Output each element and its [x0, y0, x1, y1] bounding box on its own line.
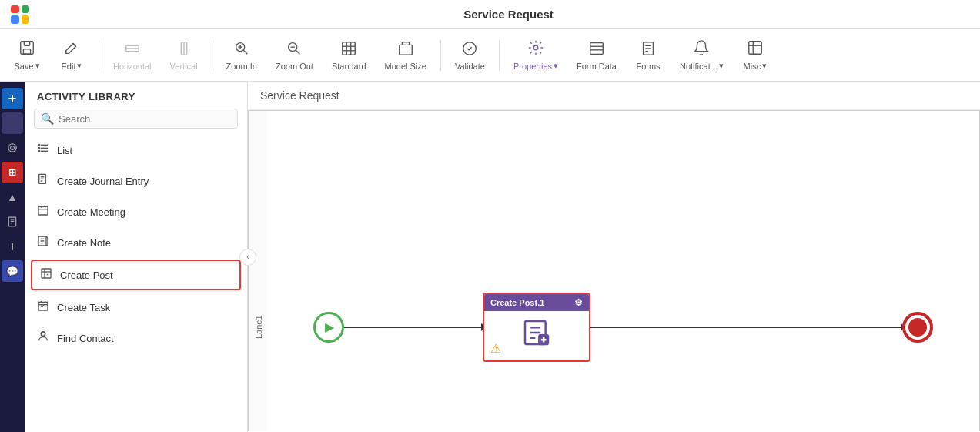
- activity-item-create-meeting[interactable]: Create Meeting: [25, 196, 247, 227]
- task-gear-icon[interactable]: ⚙: [574, 297, 583, 308]
- find-contact-icon: [37, 330, 49, 346]
- create-post-label: Create Post: [60, 270, 232, 281]
- toolbar-save[interactable]: Save ▾: [6, 36, 48, 74]
- toolbar-edit[interactable]: Edit ▾: [51, 36, 92, 74]
- task-node-body-icon: [521, 317, 552, 354]
- app-logo: [6, 1, 34, 28]
- flow-line-1: [344, 327, 483, 328]
- validate-icon: [461, 40, 478, 60]
- toolbar-notifications[interactable]: Notificat... ▾: [672, 36, 731, 74]
- svg-rect-55: [38, 206, 48, 215]
- svg-point-36: [11, 146, 15, 150]
- toolbar-zoom-in[interactable]: Zoom In: [219, 37, 265, 74]
- search-input[interactable]: [59, 113, 231, 125]
- zoom-in-icon: [233, 40, 250, 60]
- divider4: [499, 40, 500, 71]
- left-sidebar: + ⊞ ▲ I 💬: [0, 82, 25, 432]
- toolbar-model-size[interactable]: Model Size: [377, 37, 434, 74]
- activity-item-list[interactable]: List: [25, 135, 247, 166]
- toolbar-forms[interactable]: Forms: [627, 37, 669, 74]
- edit-icon: [63, 39, 80, 59]
- model-size-icon: [397, 40, 414, 60]
- save-label: Save ▾: [14, 61, 39, 71]
- search-box[interactable]: 🔍: [34, 109, 238, 129]
- svg-rect-1: [24, 42, 29, 46]
- zoom-out-icon: [286, 40, 303, 60]
- end-event-inner: [908, 318, 927, 337]
- lane-container: Lane1 ▶: [248, 110, 980, 431]
- toolbar-zoom-out[interactable]: Zoom Out: [268, 37, 321, 74]
- sidebar-icon-person[interactable]: I: [2, 236, 23, 257]
- task-node[interactable]: Create Post.1 ⚙: [483, 293, 590, 362]
- lane-label: Lane1: [249, 111, 267, 431]
- svg-point-35: [8, 144, 17, 152]
- toolbar-properties[interactable]: Properties ▾: [506, 36, 566, 74]
- svg-rect-47: [38, 148, 39, 149]
- activity-item-create-note[interactable]: Create Note: [25, 227, 247, 258]
- toolbar: Save ▾ Edit ▾ Horizontal Vertical Zoom I…: [0, 29, 980, 82]
- start-event[interactable]: ▶: [313, 312, 344, 343]
- toolbar-vertical[interactable]: Vertical: [162, 37, 206, 74]
- lane1: Lane1 ▶: [248, 110, 980, 431]
- task-node-body: ⚠: [484, 311, 589, 360]
- properties-icon: [527, 39, 544, 59]
- sidebar-icon-drive[interactable]: ▲: [2, 186, 23, 208]
- page-title: Service Request: [43, 8, 974, 21]
- lane-content: ▶ Create Post.1 ⚙: [267, 111, 979, 431]
- svg-rect-45: [38, 145, 39, 146]
- play-icon: ▶: [325, 320, 334, 334]
- sidebar-icon-target[interactable]: [2, 137, 23, 159]
- sidebar-icon-plus[interactable]: +: [2, 88, 23, 109]
- sidebar-icon-chat[interactable]: 💬: [2, 260, 23, 282]
- task-node-title: Create Post.1: [490, 298, 544, 307]
- sidebar-icon-office[interactable]: ⊞: [2, 162, 23, 183]
- horizontal-icon: [124, 40, 141, 60]
- activity-panel: ACTIVITY LIBRARY 🔍 List Create Journal E…: [25, 82, 248, 432]
- journal-entry-icon: [37, 173, 49, 189]
- svg-line-8: [243, 50, 247, 54]
- svg-rect-2: [23, 49, 30, 54]
- logo-sq4: [22, 15, 30, 24]
- end-event[interactable]: [902, 312, 933, 343]
- save-icon: [18, 39, 35, 59]
- task-node-header: Create Post.1 ⚙: [484, 294, 589, 311]
- svg-rect-49: [38, 151, 39, 152]
- sidebar-icon-doc[interactable]: [2, 211, 23, 233]
- flow-diagram: ▶ Create Post.1 ⚙: [267, 293, 979, 362]
- activity-library-title: ACTIVITY LIBRARY: [25, 82, 247, 109]
- activity-list: List Create Journal Entry Create Meeting: [25, 135, 247, 432]
- form-data-icon: [588, 40, 605, 60]
- toolbar-form-data[interactable]: Form Data: [569, 37, 624, 74]
- collapse-panel-button[interactable]: ‹: [239, 249, 256, 266]
- top-bar: Service Request: [0, 0, 980, 29]
- vertical-icon: [176, 40, 192, 60]
- search-icon: 🔍: [41, 112, 54, 125]
- create-task-icon: [37, 300, 49, 315]
- misc-icon: [747, 39, 764, 59]
- toolbar-horizontal[interactable]: Horizontal: [105, 37, 159, 74]
- svg-point-24: [533, 45, 538, 50]
- svg-rect-32: [749, 42, 762, 55]
- toolbar-validate[interactable]: Validate: [447, 37, 493, 74]
- sidebar-icon-exchange[interactable]: [2, 112, 23, 134]
- forms-icon: [640, 40, 657, 60]
- logo-sq1: [11, 5, 19, 14]
- svg-line-12: [296, 50, 300, 54]
- canvas-header: Service Request: [248, 82, 980, 110]
- svg-rect-65: [42, 269, 51, 278]
- list-icon: [37, 142, 49, 158]
- create-note-label: Create Note: [57, 237, 235, 249]
- toolbar-misc[interactable]: Misc ▾: [734, 36, 776, 74]
- activity-item-create-task[interactable]: Create Task: [25, 292, 247, 323]
- activity-item-create-journal-entry[interactable]: Create Journal Entry: [25, 166, 247, 196]
- create-post-icon: [40, 267, 52, 283]
- toolbar-standard[interactable]: Standard: [324, 37, 374, 74]
- main-content: + ⊞ ▲ I 💬 ACTIVITY LIBRARY 🔍 List: [0, 82, 980, 432]
- activity-item-create-post[interactable]: Create Post: [31, 260, 241, 290]
- canvas-content[interactable]: Lane1 ▶: [248, 110, 980, 431]
- divider2: [212, 40, 212, 71]
- svg-point-73: [41, 332, 45, 336]
- divider1: [99, 40, 99, 71]
- activity-item-find-contact[interactable]: Find Contact: [25, 323, 247, 353]
- create-meeting-icon: [37, 204, 49, 219]
